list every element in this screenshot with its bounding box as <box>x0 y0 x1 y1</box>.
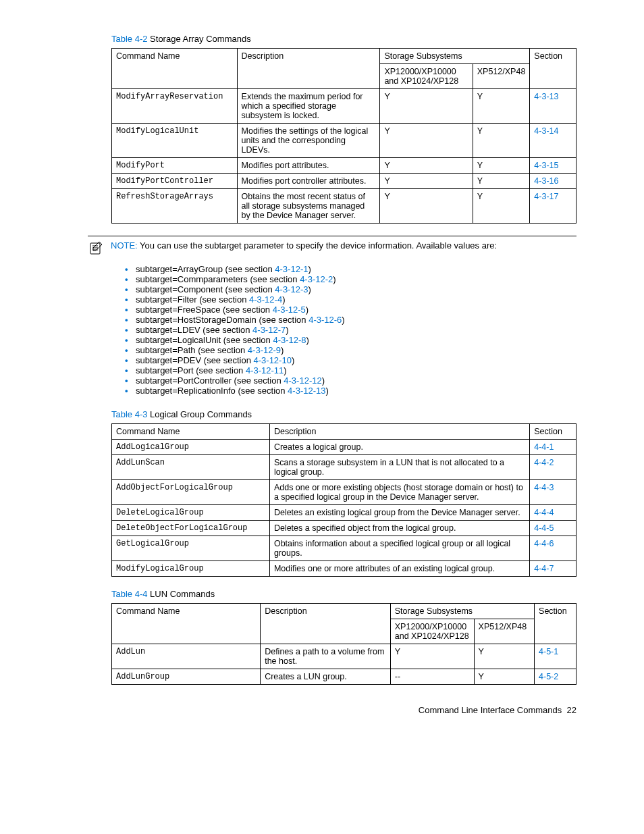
cell-description: Adds one or more existing objects (host … <box>269 480 529 505</box>
section-link[interactable]: 4-3-12-9 <box>248 345 281 355</box>
col-command-name: Command Name <box>112 604 261 644</box>
cell-sub1: Y <box>390 644 474 669</box>
cell-sub2: Y <box>474 644 534 669</box>
section-link[interactable]: 4-3-12-3 <box>275 284 308 294</box>
subtarget-text: subtarget=Port (see section <box>136 365 246 375</box>
list-item: subtarget=FreeSpace (see section 4-3-12-… <box>125 305 576 315</box>
section-link[interactable]: 4-3-13 <box>534 92 558 101</box>
cell-section: 4-4-2 <box>530 455 576 480</box>
subtarget-text: subtarget=PDEV (see section <box>136 355 254 365</box>
section-link[interactable]: 4-3-12-13 <box>288 386 325 396</box>
table-4-2-number: Table 4-2 <box>111 34 147 44</box>
section-link[interactable]: 4-3-12-8 <box>273 335 306 345</box>
cell-sub1: -- <box>390 669 474 685</box>
subtarget-text: subtarget=PortController (see section <box>136 375 284 386</box>
cell-description: Obtains the most recent status of all st… <box>237 189 380 224</box>
cell-command: AddObjectForLogicalGroup <box>112 480 270 505</box>
section-link[interactable]: 4-3-12-2 <box>300 274 333 284</box>
cell-description: Creates a logical group. <box>269 440 529 455</box>
col-description: Description <box>237 49 380 89</box>
section-link[interactable]: 4-3-12-5 <box>273 305 306 315</box>
cell-description: Modifies port attributes. <box>237 158 380 174</box>
col-sub1: XP12000/XP10000 and XP1024/XP128 <box>390 619 474 644</box>
cell-sub2: Y <box>474 669 534 685</box>
section-link[interactable]: 4-3-12-6 <box>308 315 342 325</box>
list-item: subtarget=ArrayGroup (see section 4-3-12… <box>125 264 576 274</box>
table-row: AddLunGroupCreates a LUN group.--Y4-5-2 <box>112 669 576 685</box>
col-storage-subsystems: Storage Subsystems <box>380 49 530 64</box>
footer-page: 22 <box>567 705 576 715</box>
section-link[interactable]: 4-4-2 <box>534 458 554 467</box>
cell-description: Deletes a specified object from the logi… <box>269 521 529 536</box>
cell-command: AddLun <box>112 644 261 669</box>
cell-description: Modifies port controller attributes. <box>237 174 380 189</box>
list-item: subtarget=LogicalUnit (see section 4-3-1… <box>125 335 576 345</box>
table-4-3: Command Name Description Section AddLogi… <box>111 423 576 577</box>
cell-command: AddLunGroup <box>112 669 261 685</box>
cell-section: 4-4-4 <box>530 505 576 521</box>
section-link[interactable]: 4-3-15 <box>534 161 558 170</box>
cell-command: GetLogicalGroup <box>112 536 270 561</box>
cell-section: 4-3-17 <box>530 189 576 224</box>
cell-description: Extends the maximum period for which a s… <box>237 89 380 124</box>
subtarget-text: subtarget=HostStorageDomain (see section <box>136 315 308 325</box>
table-row: Command Name Description Section <box>112 424 576 440</box>
section-link[interactable]: 4-5-2 <box>539 672 558 681</box>
section-link[interactable]: 4-3-12-10 <box>254 355 292 365</box>
table-4-4-caption: Table 4-4 LUN Commands <box>111 589 576 599</box>
section-link[interactable]: 4-3-12-1 <box>275 264 308 274</box>
section-link[interactable]: 4-3-17 <box>534 192 558 201</box>
section-link[interactable]: 4-4-1 <box>534 442 554 452</box>
table-row: AddLunScanScans a storage subsystem in a… <box>112 455 576 480</box>
note-icon <box>88 240 104 257</box>
list-item: subtarget=Port (see section 4-3-12-11) <box>125 365 576 375</box>
table-row: DeleteLogicalGroupDeletes an existing lo… <box>112 505 576 521</box>
col-command-name: Command Name <box>112 424 270 440</box>
subtarget-text: subtarget=Commparameters (see section <box>136 274 300 284</box>
section-link[interactable]: 4-3-12-11 <box>246 365 284 375</box>
table-row: AddLunDefines a path to a volume from th… <box>112 644 576 669</box>
cell-command: RefreshStorageArrays <box>112 189 238 224</box>
subtarget-text: subtarget=Path (see section <box>136 345 248 355</box>
section-link[interactable]: 4-4-4 <box>534 508 554 517</box>
table-4-2: Command Name Description Storage Subsyst… <box>111 48 576 224</box>
col-storage-subsystems: Storage Subsystems <box>390 604 534 619</box>
section-link[interactable]: 4-4-7 <box>534 564 554 573</box>
list-item: subtarget=Path (see section 4-3-12-9) <box>125 345 576 355</box>
section-link[interactable]: 4-4-5 <box>534 523 554 533</box>
table-row: ModifyLogicalUnitModifies the settings o… <box>112 124 576 158</box>
section-link[interactable]: 4-3-12-4 <box>249 294 282 305</box>
cell-sub1: Y <box>380 174 473 189</box>
note-body-text: You can use the subtarget parameter to s… <box>138 240 497 251</box>
list-item: subtarget=Commparameters (see section 4-… <box>125 274 576 284</box>
cell-description: Scans a storage subsystem in a LUN that … <box>269 455 529 480</box>
cell-sub2: Y <box>473 158 530 174</box>
section-link[interactable]: 4-4-6 <box>534 539 554 548</box>
subtarget-text: subtarget=LDEV (see section <box>136 325 252 335</box>
section-link[interactable]: 4-3-12-7 <box>252 325 286 335</box>
section-link[interactable]: 4-3-16 <box>534 176 558 186</box>
subtarget-text: subtarget=Component (see section <box>136 284 275 294</box>
table-4-2-title: Storage Array Commands <box>147 34 250 44</box>
cell-sub1: Y <box>380 189 473 224</box>
table-row: AddObjectForLogicalGroupAdds one or more… <box>112 480 576 505</box>
cell-section: 4-5-2 <box>535 669 576 685</box>
table-4-4-number: Table 4-4 <box>111 589 147 599</box>
section-link[interactable]: 4-3-12-12 <box>284 375 321 386</box>
section-link[interactable]: 4-3-14 <box>534 126 558 136</box>
cell-section: 4-4-3 <box>530 480 576 505</box>
cell-command: DeleteObjectForLogicalGroup <box>112 521 270 536</box>
cell-section: 4-3-15 <box>530 158 576 174</box>
section-link[interactable]: 4-4-3 <box>534 483 554 492</box>
col-description: Description <box>261 604 391 644</box>
cell-description: Defines a path to a volume from the host… <box>261 644 391 669</box>
cell-section: 4-4-5 <box>530 521 576 536</box>
col-section: Section <box>535 604 576 644</box>
col-sub2: XP512/XP48 <box>473 64 530 89</box>
subtarget-text: subtarget=LogicalUnit (see section <box>136 335 273 345</box>
cell-command: AddLunScan <box>112 455 270 480</box>
table-row: ModifyArrayReservationExtends the maximu… <box>112 89 576 124</box>
section-link[interactable]: 4-5-1 <box>539 647 558 656</box>
cell-sub1: Y <box>380 124 473 158</box>
table-row: Command Name Description Storage Subsyst… <box>112 49 576 64</box>
